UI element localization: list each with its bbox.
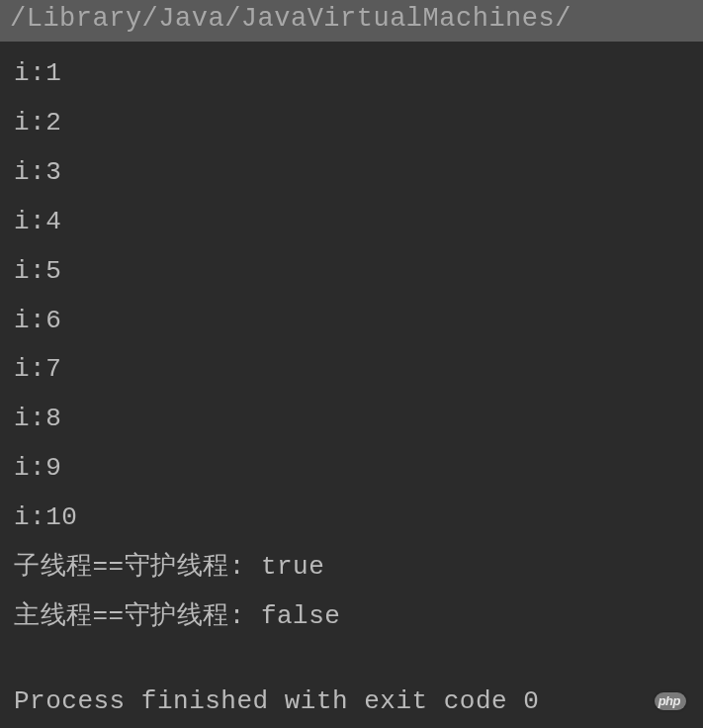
- watermark-text: php: [659, 693, 680, 708]
- output-line: i:5: [14, 247, 689, 297]
- output-line: i:4: [14, 198, 689, 247]
- output-line: 子线程==守护线程: true: [14, 543, 689, 592]
- exit-message: Process finished with exit code 0: [14, 678, 689, 727]
- blank-line: [14, 642, 689, 678]
- output-line: i:2: [14, 99, 689, 148]
- watermark: php: [655, 692, 691, 710]
- output-line: i:9: [14, 444, 689, 494]
- watermark-badge: php: [655, 692, 686, 710]
- execution-path-header: /Library/Java/JavaVirtualMachines/: [0, 0, 703, 42]
- output-line: i:6: [14, 297, 689, 346]
- execution-path-text: /Library/Java/JavaVirtualMachines/: [10, 4, 571, 34]
- output-line: i:10: [14, 494, 689, 543]
- console-output: i:1 i:2 i:3 i:4 i:5 i:6 i:7 i:8 i:9 i:10…: [0, 42, 703, 728]
- output-line: i:1: [14, 49, 689, 99]
- output-line: 主线程==守护线程: false: [14, 592, 689, 642]
- output-line: i:3: [14, 148, 689, 198]
- output-line: i:7: [14, 345, 689, 395]
- output-line: i:8: [14, 395, 689, 444]
